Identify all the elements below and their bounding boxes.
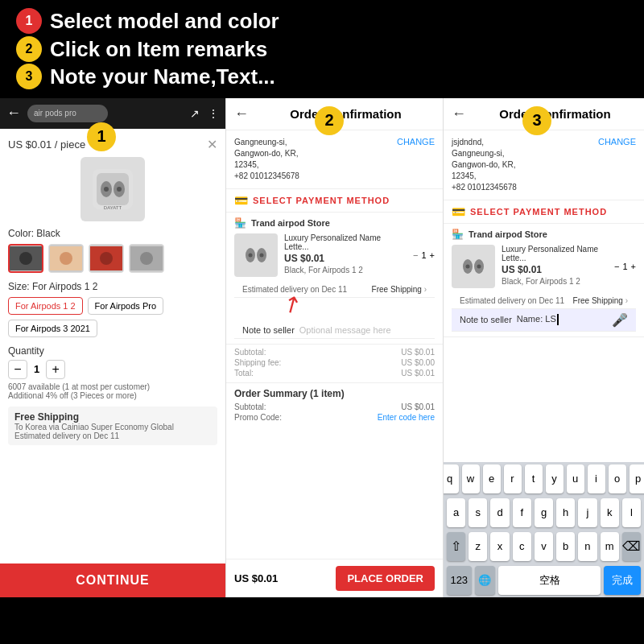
change3-address-link[interactable]: CHANGE <box>598 137 636 147</box>
key-h[interactable]: h <box>556 498 575 527</box>
note3-label: Note to seller <box>460 315 512 324</box>
svg-point-12 <box>100 252 113 265</box>
size-options: For Airpods 1 2 For Airpods Pro For Airp… <box>8 297 217 337</box>
key-z[interactable]: z <box>469 532 487 561</box>
size-airpods-pro[interactable]: For Airpods Pro <box>88 297 163 315</box>
key-r[interactable]: r <box>504 464 522 493</box>
free-shipping-title: Free Shipping <box>14 411 211 423</box>
key-backspace[interactable]: ⌫ <box>622 532 641 561</box>
color-label: Color: Black <box>8 228 217 239</box>
key-123[interactable]: 123 <box>447 566 472 595</box>
subtotals: Subtotal: US $0.01 Shipping fee: US $0.0… <box>226 345 443 383</box>
product-price-sm: US $0.01 <box>284 253 407 264</box>
payment3-section[interactable]: 💳 SELECT PAYMENT METHOD <box>444 200 644 224</box>
free3-shipping-link[interactable]: Free Shipping › <box>573 296 628 305</box>
key-d[interactable]: d <box>490 498 509 527</box>
keyboard-row-1: q w e r t y u i o p <box>444 462 644 496</box>
svg-rect-15 <box>236 235 276 275</box>
key-e[interactable]: e <box>483 464 501 493</box>
product-main-image: DAYATT <box>80 157 145 221</box>
mic-icon[interactable]: 🎤 <box>612 312 628 328</box>
svg-point-19 <box>260 253 264 257</box>
key-f[interactable]: f <box>513 498 531 527</box>
qty-minus-sm[interactable]: − <box>413 250 418 260</box>
key-t[interactable]: t <box>525 464 543 493</box>
key-s[interactable]: s <box>469 498 487 527</box>
place-order-button[interactable]: PLACE ORDER <box>336 566 435 591</box>
product-thumbnail <box>234 233 278 277</box>
key-g[interactable]: g <box>535 498 553 527</box>
key-j[interactable]: j <box>578 498 597 527</box>
address3-text: jsjdndnd, Gangneung-si, Gangwon-do, KR, … <box>452 137 517 193</box>
qty-increase[interactable]: + <box>46 360 65 379</box>
key-a[interactable]: a <box>447 498 465 527</box>
instruction-line-3: 3 Note your Name,Text... <box>16 64 628 90</box>
key-c[interactable]: c <box>513 532 531 561</box>
step-overlay-3: 3 <box>522 106 551 135</box>
key-l[interactable]: l <box>622 498 641 527</box>
svg-point-4 <box>104 187 109 192</box>
store-icon: 🏪 <box>234 217 246 229</box>
qty3-plus[interactable]: + <box>631 262 636 271</box>
total-label: Total: <box>234 369 254 378</box>
footer-total: US $0.01 <box>234 572 278 584</box>
keyboard: q w e r t y u i o p a s d f g h j k l <box>444 462 644 597</box>
key-i[interactable]: i <box>588 464 605 493</box>
qty-plus-sm[interactable]: + <box>430 250 435 260</box>
key-m[interactable]: m <box>601 532 619 561</box>
size-airpods12[interactable]: For Airpods 1 2 <box>8 297 83 315</box>
qty-label: Quantity <box>8 345 217 357</box>
payment-section[interactable]: 💳 SELECT PAYMENT METHOD <box>226 189 443 213</box>
key-shift[interactable]: ⇧ <box>447 532 465 561</box>
svg-text:DAYATT: DAYATT <box>104 205 122 210</box>
key-y[interactable]: y <box>546 464 564 493</box>
svg-rect-20 <box>453 246 493 287</box>
address-text: Gangneung-si, Gangwon-do, KR, 12345, +82… <box>234 137 299 182</box>
key-v[interactable]: v <box>535 532 553 561</box>
note3-row[interactable]: Note to seller Name: LS 🎤 <box>452 309 636 332</box>
svg-point-18 <box>249 253 253 257</box>
key-done[interactable]: 完成 <box>604 566 641 595</box>
order3-back-icon[interactable]: ← <box>452 105 466 122</box>
change-address-link[interactable]: CHANGE <box>397 137 435 147</box>
svg-point-10 <box>60 252 72 265</box>
step-badge-1: 1 <box>16 8 42 34</box>
key-p[interactable]: p <box>630 464 645 493</box>
product-detail-panel: 1 ← air pods pro ↗ ⋮ US $0.01 / piece ✕ <box>0 98 225 597</box>
key-o[interactable]: o <box>609 464 626 493</box>
search-bar[interactable]: air pods pro <box>27 105 108 122</box>
color-thumb-1[interactable] <box>8 244 43 273</box>
key-globe[interactable]: 🌐 <box>475 566 495 595</box>
key-k[interactable]: k <box>601 498 619 527</box>
order-title: Order Confirmation <box>257 107 435 121</box>
color-thumb-4[interactable] <box>129 244 164 273</box>
key-b[interactable]: b <box>556 532 575 561</box>
key-w[interactable]: w <box>462 464 480 493</box>
qty3-minus[interactable]: − <box>614 262 619 271</box>
continue-button[interactable]: CONTINUE <box>0 564 225 597</box>
subtotal-label: Subtotal: <box>234 348 266 357</box>
key-n[interactable]: n <box>578 532 597 561</box>
instruction-text-3: Note your Name,Text... <box>50 64 275 90</box>
more-icon[interactable]: ⋮ <box>208 107 219 120</box>
qty-decrease[interactable]: − <box>8 360 27 379</box>
color-thumb-2[interactable] <box>48 244 84 273</box>
instructions-panel: 1 Select model and color 2 Click on Item… <box>0 0 644 98</box>
step-badge-2: 2 <box>16 36 42 62</box>
key-q[interactable]: q <box>443 464 459 493</box>
key-u[interactable]: u <box>567 464 584 493</box>
close-icon[interactable]: ✕ <box>207 137 217 152</box>
order-confirmation-panel: 2 ← Order Confirmation Gangneung-si, Gan… <box>225 98 443 597</box>
key-x[interactable]: x <box>490 532 509 561</box>
order-back-icon[interactable]: ← <box>234 105 249 122</box>
share-icon[interactable]: ↗ <box>190 107 200 120</box>
color-thumb-3[interactable] <box>89 244 124 273</box>
note-row[interactable]: Note to seller Optional message here <box>234 322 435 339</box>
size-airpods3[interactable]: For Airpods 3 2021 <box>8 320 97 337</box>
promo-input[interactable]: Enter code here <box>378 413 435 422</box>
free-shipping-link[interactable]: Free Shipping › <box>372 285 427 294</box>
shipping-value: US $0.00 <box>401 358 435 367</box>
back-icon[interactable]: ← <box>6 105 21 122</box>
key-space[interactable]: 空格 <box>498 566 601 595</box>
delivery3-label: Estimated delivery on Dec 11 <box>460 296 564 305</box>
